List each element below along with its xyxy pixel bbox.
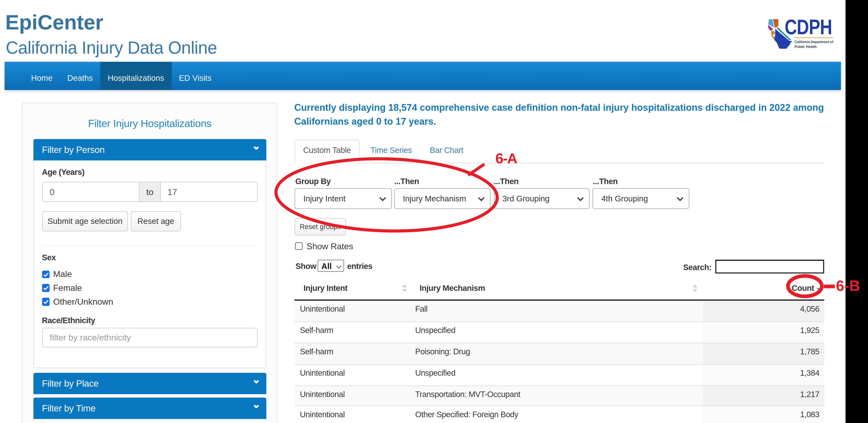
svg-text:CDPH: CDPH <box>784 17 832 39</box>
svg-text:California Department of: California Department of <box>794 40 833 44</box>
svg-text:Public Health: Public Health <box>794 45 816 49</box>
